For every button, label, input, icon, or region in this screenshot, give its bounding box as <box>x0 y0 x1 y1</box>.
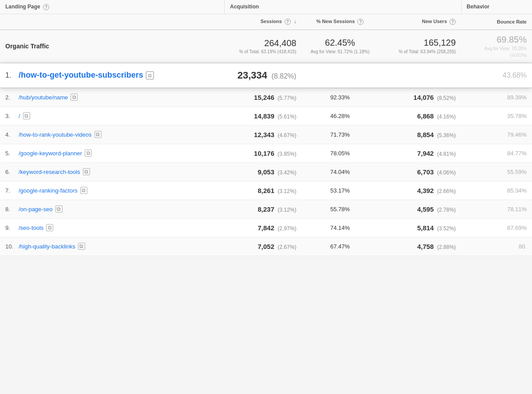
sessions-pct: (3.85%) <box>278 151 296 157</box>
page-cell: 7. /google-ranking-factors ⧉ <box>0 181 224 200</box>
bounce-value: 80. <box>519 243 527 250</box>
new-users-value: 4,595 <box>417 205 434 213</box>
landing-page-header: Landing Page ? <box>0 0 224 14</box>
sessions-value: 8,237 <box>258 205 274 213</box>
organic-traffic-label: Organic Traffic <box>5 43 49 50</box>
sessions-cell: 8,237 (3.12%) <box>224 200 301 218</box>
page-link[interactable]: /hub/youtube/name <box>19 94 68 101</box>
new-users-pct: (4.16%) <box>437 114 456 120</box>
table-row: 7. /google-ranking-factors ⧉ 8,261 (3.12… <box>0 181 532 200</box>
table-row: 1. /how-to-get-youtube-subscribers ⧉ 23,… <box>0 63 532 88</box>
organic-sessions-main: 264,408 <box>230 38 296 48</box>
sessions-label: Sessions <box>260 19 282 24</box>
page-cell: 10. /high-quality-backlinks ⧉ <box>0 237 224 256</box>
new-sessions-cell: 78.05% <box>301 144 378 162</box>
page-link[interactable]: /google-ranking-factors <box>19 187 78 194</box>
bounce-rate-label: Bounce Rate <box>497 19 527 24</box>
external-link-icon[interactable]: ⧉ <box>46 224 53 231</box>
new-users-pct: (2.66%) <box>437 188 456 194</box>
row-number: 8. <box>5 206 16 213</box>
external-link-icon[interactable]: ⧉ <box>94 131 102 138</box>
new-sessions-cell: 55.78% <box>301 200 378 218</box>
table-row: 6. /keyword-research-tools ⧉ 9,053 (3.42… <box>0 162 532 181</box>
page-cell: 9. /seo-tools ⧉ <box>0 218 224 237</box>
sessions-pct: (8.82%) <box>271 72 296 80</box>
landing-page-label: Landing Page <box>5 4 40 10</box>
bounce-value: 35.78% <box>507 113 527 119</box>
new-users-pct: (2.78%) <box>437 207 456 213</box>
new-users-value: 14,076 <box>414 94 434 101</box>
sessions-cell: 7,052 (2.67%) <box>224 237 301 256</box>
new-sessions-value: 78.05% <box>330 150 350 157</box>
row-number: 10. <box>5 243 16 250</box>
page-link[interactable]: /high-quality-backlinks <box>19 243 75 250</box>
bounce-cell: 79.46% <box>461 125 532 144</box>
sessions-cell: 7,842 (2.97%) <box>224 218 301 237</box>
new-sessions-value: 46.28% <box>330 113 350 119</box>
external-link-icon[interactable]: ⧉ <box>55 205 63 213</box>
external-link-icon[interactable]: ⧉ <box>83 168 90 175</box>
bounce-value: 43.68% <box>503 71 527 79</box>
page-link[interactable]: /keyword-research-tools <box>19 169 80 175</box>
new-users-cell: 7,942 (4.81%) <box>379 144 462 162</box>
new-sessions-cell: 46.28% <box>301 106 378 125</box>
external-link-icon[interactable]: ⧉ <box>85 150 92 157</box>
external-link-icon[interactable]: ⧉ <box>80 187 87 194</box>
new-users-pct: (4.06%) <box>437 169 456 176</box>
bounce-cell: 35.78% <box>461 106 532 125</box>
sessions-value: 23,334 <box>237 70 267 81</box>
table-row: 10. /high-quality-backlinks ⧉ 7,052 (2.6… <box>0 237 532 256</box>
new-users-pct: (2.88%) <box>437 244 456 250</box>
new-sessions-cell: 67.47% <box>301 237 378 256</box>
new-sessions-value: 53.17% <box>330 187 350 194</box>
new-users-help-icon[interactable]: ? <box>450 19 456 25</box>
row-number: 1. <box>5 71 16 79</box>
row-number: 6. <box>5 169 16 175</box>
table-row: 4. /how-to-rank-youtube-videos ⧉ 12,343 … <box>0 125 532 144</box>
new-users-pct: (4.81%) <box>437 151 456 157</box>
sessions-cell: 23,334 (8.82%) <box>224 63 301 88</box>
organic-new-users-main: 165,129 <box>384 38 456 48</box>
new-users-cell: 4,392 (2.66%) <box>379 181 462 200</box>
table-row: 8. /on-page-seo ⧉ 8,237 (3.12%) 55.78% 4… <box>0 200 532 218</box>
sessions-help-icon[interactable]: ? <box>285 19 291 25</box>
landing-page-help-icon[interactable]: ? <box>43 4 49 10</box>
sessions-header[interactable]: Sessions ? ↓ <box>224 14 301 30</box>
external-link-icon[interactable]: ⧉ <box>146 71 154 79</box>
bounce-cell: 85.34% <box>461 181 532 200</box>
page-link[interactable]: / <box>19 113 20 119</box>
bounce-cell: 55.59% <box>461 162 532 181</box>
organic-sessions-cell: 264,408 % of Total: 63.19% (418,415) <box>224 30 301 63</box>
bounce-cell: 80. <box>461 237 532 256</box>
organic-traffic-label-cell: Organic Traffic <box>0 30 224 63</box>
acquisition-label: Acquisition <box>230 4 259 10</box>
sessions-sort-icon[interactable]: ↓ <box>294 19 297 24</box>
new-users-cell <box>379 63 462 88</box>
new-users-value: 7,942 <box>417 150 434 157</box>
page-link[interactable]: /how-to-rank-youtube-videos <box>19 131 92 138</box>
page-link[interactable]: /seo-tools <box>19 225 43 231</box>
organic-bounce-cell: 69.85% Avg for View: 70.28% (-0.61%) <box>461 30 532 63</box>
page-cell: 2. /hub/youtube/name ⧉ <box>0 88 224 107</box>
external-link-icon[interactable]: ⧉ <box>23 112 30 119</box>
sessions-value: 15,246 <box>254 94 274 101</box>
new-users-pct: (3.52%) <box>437 225 456 232</box>
new-users-cell: 4,758 (2.88%) <box>379 237 462 256</box>
sessions-cell: 10,176 (3.85%) <box>224 144 301 162</box>
external-link-icon[interactable]: ⧉ <box>78 243 85 250</box>
sessions-pct: (5.61%) <box>278 114 296 120</box>
bounce-value: 79.46% <box>507 131 527 138</box>
new-sessions-help-icon[interactable]: ? <box>357 19 364 25</box>
new-users-value: 4,392 <box>417 187 434 194</box>
new-sessions-cell <box>301 63 378 88</box>
page-link[interactable]: /google-keyword-planner <box>19 150 82 157</box>
page-link[interactable]: /how-to-get-youtube-subscribers <box>19 71 143 80</box>
external-link-icon[interactable]: ⧉ <box>70 94 78 101</box>
organic-bounce-main: 69.85% <box>466 35 527 45</box>
new-users-value: 4,758 <box>417 243 434 250</box>
new-sessions-value: 74.04% <box>330 169 350 175</box>
new-users-value: 8,854 <box>417 131 434 138</box>
page-link[interactable]: /on-page-seo <box>19 206 53 213</box>
organic-new-sessions-sub: Avg for View: 61.72% (1.18%) <box>310 49 369 54</box>
page-cell: 4. /how-to-rank-youtube-videos ⧉ <box>0 125 224 144</box>
